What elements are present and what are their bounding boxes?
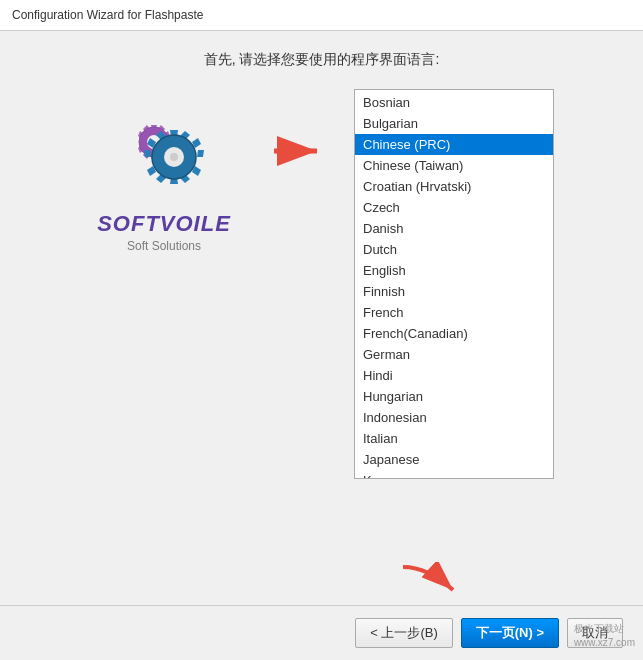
- logo-area: SOFTVOILE Soft Solutions: [89, 89, 239, 253]
- language-list-container: BosnianBulgarianChinese (PRC)Chinese (Ta…: [354, 89, 554, 479]
- list-item[interactable]: Hindi: [355, 365, 553, 386]
- list-item[interactable]: French: [355, 302, 553, 323]
- brand-name: SOFTVOILE: [97, 211, 231, 237]
- list-item[interactable]: Dutch: [355, 239, 553, 260]
- list-item[interactable]: Bosnian: [355, 92, 553, 113]
- list-item[interactable]: German: [355, 344, 553, 365]
- list-item[interactable]: Italian: [355, 428, 553, 449]
- list-item[interactable]: Indonesian: [355, 407, 553, 428]
- list-item[interactable]: English: [355, 260, 553, 281]
- window-title: Configuration Wizard for Flashpaste: [12, 8, 203, 22]
- brand-tagline: Soft Solutions: [127, 239, 201, 253]
- next-button[interactable]: 下一页(N) >: [461, 618, 559, 648]
- list-item[interactable]: Chinese (Taiwan): [355, 155, 553, 176]
- language-listbox[interactable]: BosnianBulgarianChinese (PRC)Chinese (Ta…: [354, 89, 554, 479]
- arrow-area: [269, 89, 324, 174]
- arrow-icon: [269, 129, 324, 174]
- instruction-text: 首先, 请选择您要使用的程序界面语言:: [204, 51, 440, 69]
- gears-icon: [109, 99, 219, 199]
- list-item[interactable]: Croatian (Hrvatski): [355, 176, 553, 197]
- list-item[interactable]: Danish: [355, 218, 553, 239]
- main-content: 首先, 请选择您要使用的程序界面语言:: [0, 31, 643, 601]
- list-item[interactable]: Finnish: [355, 281, 553, 302]
- watermark: 极光下载站 www.xz7.com: [574, 622, 635, 650]
- content-row: SOFTVOILE Soft Solutions BosnianBulgaria…: [40, 89, 603, 479]
- gear-container: [109, 99, 219, 199]
- list-item[interactable]: Bulgarian: [355, 113, 553, 134]
- list-item[interactable]: Korean: [355, 470, 553, 479]
- list-item[interactable]: French(Canadian): [355, 323, 553, 344]
- svg-point-4: [170, 153, 178, 161]
- title-bar: Configuration Wizard for Flashpaste: [0, 0, 643, 31]
- list-item[interactable]: Japanese: [355, 449, 553, 470]
- bottom-bar: < 上一步(B) 下一页(N) > 取消: [0, 605, 643, 660]
- back-button[interactable]: < 上一步(B): [355, 618, 453, 648]
- list-item[interactable]: Chinese (PRC): [355, 134, 553, 155]
- list-item[interactable]: Hungarian: [355, 386, 553, 407]
- list-item[interactable]: Czech: [355, 197, 553, 218]
